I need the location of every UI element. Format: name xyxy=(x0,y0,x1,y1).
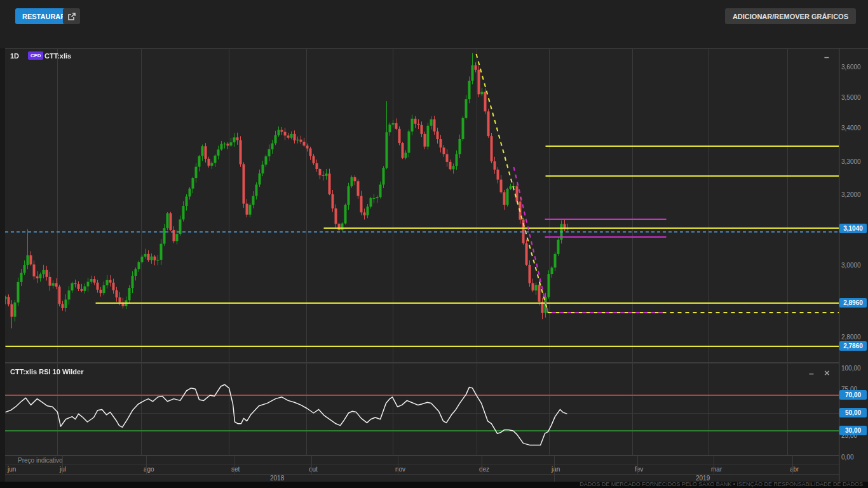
month-label: out xyxy=(309,466,318,473)
price-axis-label: 3,4000 xyxy=(841,125,861,132)
price-axis-badge: 2,7860 xyxy=(839,341,867,351)
rsi-axis-badge: 50,00 xyxy=(839,408,867,417)
month-label: jan xyxy=(552,466,560,473)
rsi-close-button[interactable]: × xyxy=(824,369,830,377)
title-bar: RESTAURAR ADICIONAR/REMOVER GRÁFICOS xyxy=(0,0,868,27)
price-axis-label: 3,3000 xyxy=(841,158,861,165)
month-label: fev xyxy=(635,466,643,473)
year-label: 2018 xyxy=(270,475,284,482)
pane-divider[interactable] xyxy=(5,362,839,363)
month-label: jun xyxy=(8,466,16,473)
month-label: jul xyxy=(60,466,66,473)
month-label: set xyxy=(231,466,240,473)
month-tick xyxy=(311,455,312,474)
chart-toolbar: 1D : 6M xyxy=(0,27,868,48)
month-label: mar xyxy=(711,466,722,473)
month-tick xyxy=(146,455,147,474)
price-axis-label: 3,6000 xyxy=(841,64,861,71)
month-tick xyxy=(482,455,482,474)
market-data-disclaimer: DADOS DE MERCADO FORNECIDOS PELO SAXO BA… xyxy=(580,481,863,487)
add-remove-charts-button[interactable]: ADICIONAR/REMOVER GRÁFICOS xyxy=(725,8,856,24)
rsi-axis-badge: 70,00 xyxy=(839,390,867,400)
month-tick xyxy=(234,455,234,474)
rsi-panel-title: CTT:xlis RSI 10 Wilder xyxy=(10,368,83,376)
month-tick xyxy=(637,455,638,474)
main-pane-minimize-button[interactable]: – xyxy=(824,53,829,61)
instrument-type-badge: CFD xyxy=(28,51,43,60)
trading-chart-window: RESTAURAR ADICIONAR/REMOVER GRÁFICOS xyxy=(0,0,868,488)
indicative-price-note: Preço indicativo xyxy=(18,457,63,464)
year-tick xyxy=(554,474,555,482)
symbol-label: CTT:xlis xyxy=(44,52,71,60)
month-label: abr xyxy=(790,466,799,473)
month-label: nov xyxy=(395,466,405,473)
external-link-icon xyxy=(67,12,76,21)
price-axis-badge: 3,1040 xyxy=(839,224,867,233)
rsi-chart-canvas[interactable] xyxy=(5,363,839,455)
month-tick xyxy=(398,455,398,474)
month-tick xyxy=(714,455,714,474)
price-axis-badge: 2,8960 xyxy=(839,298,867,308)
timeframe-label: 1D xyxy=(10,52,19,60)
rsi-axis-label: 0,00 xyxy=(841,454,853,461)
month-tick xyxy=(62,455,63,474)
price-axis-label: 3,2000 xyxy=(841,191,861,198)
rsi-minimize-button[interactable]: – xyxy=(809,370,814,377)
rsi-axis-label: 100,00 xyxy=(841,365,861,372)
month-tick xyxy=(792,455,793,474)
month-label: ago xyxy=(144,466,154,473)
price-axis-label: 3,0000 xyxy=(841,262,861,269)
month-tick xyxy=(554,455,555,474)
price-axis-label: 2,8000 xyxy=(841,334,861,341)
month-label: dez xyxy=(479,466,489,473)
open-in-new-window-button[interactable] xyxy=(63,8,80,24)
price-axis-label: 3,5000 xyxy=(841,94,861,101)
axis-separator xyxy=(5,474,839,475)
rsi-axis-badge: 30,00 xyxy=(839,426,867,435)
year-label: 2019 xyxy=(696,475,710,482)
main-chart-canvas[interactable] xyxy=(5,48,839,362)
